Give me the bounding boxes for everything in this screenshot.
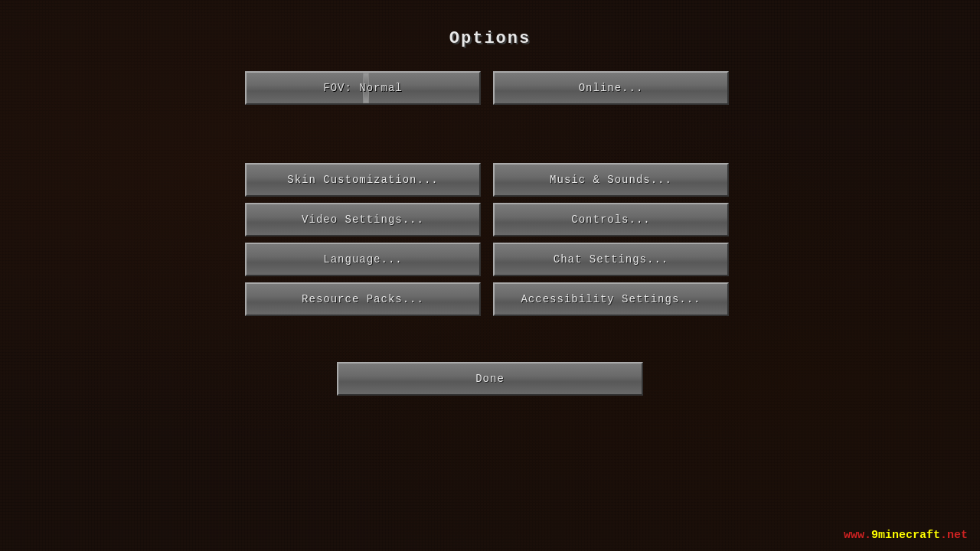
row-4: Resource Packs... Accessibility Settings… (245, 282, 735, 316)
music-sounds-button[interactable]: Music & Sounds... (493, 163, 729, 197)
resource-packs-button[interactable]: Resource Packs... (245, 282, 481, 316)
watermark-9mine: 9minecraft (871, 529, 940, 542)
language-button[interactable]: Language... (245, 243, 481, 276)
watermark-text: www. (844, 529, 871, 542)
controls-button[interactable]: Controls... (493, 203, 729, 236)
page-title: Options (449, 29, 531, 48)
options-grid: Skin Customization... Music & Sounds... … (245, 163, 735, 316)
done-row: Done (245, 362, 735, 396)
skin-customization-button[interactable]: Skin Customization... (245, 163, 481, 197)
fov-slider[interactable]: FOV: Normal (245, 71, 481, 105)
watermark: www.9minecraft.net (844, 529, 968, 542)
row-2: Video Settings... Controls... (245, 203, 735, 236)
row-3: Language... Chat Settings... (245, 243, 735, 276)
chat-settings-button[interactable]: Chat Settings... (493, 243, 729, 276)
fov-label: FOV: Normal (323, 82, 402, 94)
video-settings-button[interactable]: Video Settings... (245, 203, 481, 236)
top-controls-row: FOV: Normal Online... (245, 71, 735, 105)
done-button[interactable]: Done (337, 362, 643, 396)
row-1: Skin Customization... Music & Sounds... (245, 163, 735, 197)
watermark-net: .net (940, 529, 968, 542)
online-button[interactable]: Online... (493, 71, 729, 105)
accessibility-settings-button[interactable]: Accessibility Settings... (493, 282, 729, 316)
